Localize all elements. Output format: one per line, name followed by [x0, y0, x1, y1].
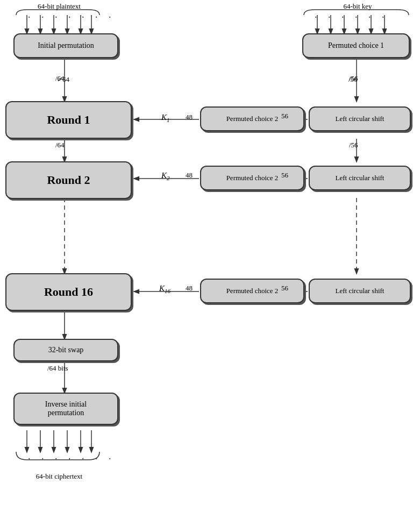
ciphertext-dots: · · · · · · · — [28, 453, 116, 465]
k2-label: K2 — [161, 171, 170, 181]
permuted-choice2-r1-box: Permuted choice 2 — [200, 106, 304, 131]
plaintext-dots: · · · · · · · — [28, 12, 116, 23]
label-56-arrow-r1: 56 — [281, 112, 288, 120]
slash-64-2: /64 — [55, 141, 65, 150]
left-shift-r16-box: Left circular shift — [309, 279, 411, 303]
inverse-permutation-box: Inverse initial permutation — [13, 393, 118, 425]
round1-box: Round 1 — [5, 101, 132, 139]
round16-box: Round 16 — [5, 273, 132, 311]
permuted-choice2-r16-box: Permuted choice 2 — [200, 279, 304, 303]
initial-permutation-box: Initial permutation — [13, 33, 118, 58]
label-56-arrow-r16: 56 — [281, 284, 288, 293]
label-56-arrow-r2: 56 — [281, 171, 288, 180]
swap-box: 32-bit swap — [13, 339, 118, 361]
left-shift-r2-box: Left circular shift — [309, 166, 411, 190]
left-shift-r1-box: Left circular shift — [309, 106, 411, 131]
k16-label: K16 — [159, 284, 170, 294]
label-48-3: 48 — [186, 284, 193, 293]
key-label: 64-bit key — [307, 2, 409, 11]
permuted-choice2-r2-box: Permuted choice 2 — [200, 166, 304, 190]
label-64bits: /64 bits — [47, 364, 68, 373]
diagram: · · · · · · · 64-bit plaintext · · · · ·… — [0, 0, 420, 505]
slash-56-1: /56 — [349, 74, 358, 83]
plaintext-label: 64-bit plaintext — [16, 2, 102, 11]
k1-label: K1 — [161, 113, 170, 123]
round2-box: Round 2 — [5, 161, 132, 199]
label-48-1: 48 — [186, 113, 193, 122]
slash-64-1: /64 — [55, 74, 65, 83]
label-48-2: 48 — [186, 171, 193, 180]
key-dots: · · · · · · — [315, 12, 389, 23]
ciphertext-label: 64-bit ciphertext — [16, 472, 102, 481]
slash-56-2: /56 — [349, 141, 358, 150]
permuted-choice-1-box: Permuted choice 1 — [302, 33, 410, 58]
